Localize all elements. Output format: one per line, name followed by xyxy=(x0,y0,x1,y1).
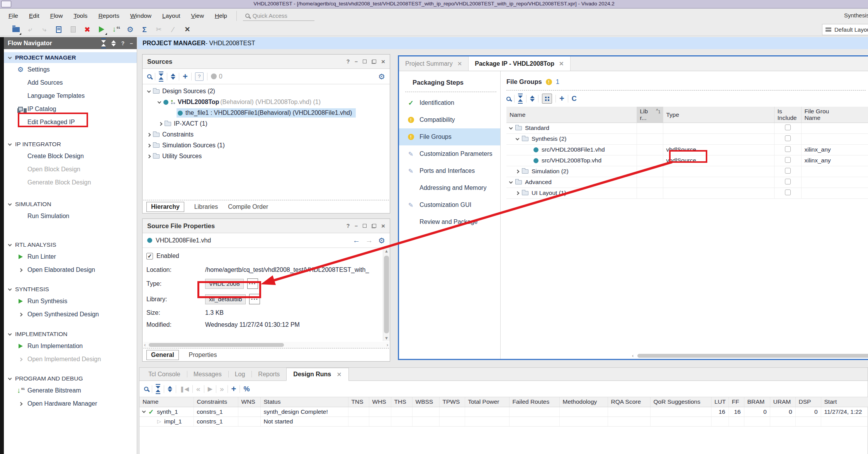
help-icon[interactable] xyxy=(121,41,125,46)
tree-item-the-file1[interactable]: the_file1 : VHDL2008File1(Behavioral) (V… xyxy=(143,108,390,118)
report-icon[interactable] xyxy=(140,25,149,34)
step-review-and-package[interactable]: Review and Package xyxy=(399,213,500,230)
col-uram[interactable]: URAM xyxy=(770,397,795,407)
col-tpws[interactable]: TPWS xyxy=(439,397,465,407)
enabled-checkbox[interactable] xyxy=(146,253,153,259)
expand-all-icon[interactable] xyxy=(111,40,116,46)
float-icon[interactable] xyxy=(372,224,376,228)
minimize-icon[interactable] xyxy=(355,59,358,64)
col-name[interactable]: Name xyxy=(506,107,637,123)
collapse-all-icon[interactable] xyxy=(101,38,106,48)
forward-icon[interactable] xyxy=(365,237,373,244)
add-sources-icon[interactable]: + xyxy=(183,72,188,81)
run-row-synth-1[interactable]: synth_1 constrs_1 synth_design Complete!… xyxy=(139,407,868,416)
is-include-checkbox[interactable] xyxy=(785,146,791,152)
col-start[interactable]: Start xyxy=(821,397,868,407)
menu-reports[interactable]: Reports xyxy=(93,12,125,19)
generate-bitstream-icon[interactable] xyxy=(112,25,120,34)
step-addressing-and-memory[interactable]: Addressing and Memory xyxy=(399,179,500,196)
library-value-button[interactable]: xil_defaultlib xyxy=(205,294,246,304)
is-include-checkbox[interactable] xyxy=(785,157,791,163)
tab-properties[interactable]: Properties xyxy=(189,352,217,358)
flownav-section-project-manager[interactable]: PROJECT MANAGER xyxy=(4,52,137,63)
fg-row-advanced[interactable]: Advanced xyxy=(506,177,868,188)
tree-item-vhdl2008top[interactable]: VHDL2008Top (Behavioral) (VHDL2008Top.vh… xyxy=(143,97,390,108)
fg-row-top[interactable]: src/VHDL2008Top.vhd vhdlSource xilinx_an… xyxy=(506,155,868,166)
step-identification[interactable]: Identification xyxy=(399,94,500,111)
flownav-item-open-block-design[interactable]: Open Block Design xyxy=(4,163,137,176)
menu-tools[interactable]: Tools xyxy=(68,12,93,19)
tab-reports[interactable]: Reports xyxy=(251,368,286,381)
flownav-item-add-sources[interactable]: Add Sources xyxy=(4,76,137,89)
help-icon[interactable] xyxy=(347,223,350,229)
step-compatibility[interactable]: Compatibility xyxy=(399,111,500,128)
maximize-icon[interactable] xyxy=(363,60,367,63)
is-include-checkbox[interactable] xyxy=(785,168,791,174)
percent-icon[interactable]: % xyxy=(243,386,250,393)
menu-layout[interactable]: Layout xyxy=(157,12,186,19)
flownav-item-create-block-design[interactable]: Create Block Design xyxy=(4,150,137,163)
tab-design-runs[interactable]: Design Runs ✕ xyxy=(286,368,348,381)
menu-file[interactable]: File xyxy=(3,12,24,19)
warning-count-link[interactable]: 1 xyxy=(556,78,559,85)
tree-item-simulation-sources[interactable]: Simulation Sources (1) xyxy=(143,140,390,151)
collapse-all-icon[interactable] xyxy=(156,384,160,394)
refresh-icon[interactable] xyxy=(572,95,577,102)
col-qor-suggestions[interactable]: QoR Suggestions xyxy=(650,397,711,407)
col-dsp[interactable]: DSP xyxy=(795,397,821,407)
menu-help[interactable]: Help xyxy=(209,12,233,19)
col-name[interactable]: Name xyxy=(139,397,194,407)
expand-all-icon[interactable] xyxy=(530,96,535,102)
settings-icon[interactable] xyxy=(126,25,134,34)
sfp-panel-header[interactable]: Source File Properties xyxy=(143,219,390,233)
is-include-checkbox[interactable] xyxy=(785,189,791,195)
tab-general[interactable]: General xyxy=(146,350,179,360)
flownav-section-simulation[interactable]: SIMULATION xyxy=(4,199,137,210)
run-row-impl-1[interactable]: ▷impl_1 constrs_1 Not started xyxy=(139,416,868,426)
col-status[interactable]: Status xyxy=(260,397,348,407)
flownav-item-open-elaborated-design[interactable]: Open Elaborated Design xyxy=(4,263,137,276)
flownav-item-run-linter[interactable]: Run Linter xyxy=(4,250,137,263)
flownav-section-ip-integrator[interactable]: IP INTEGRATOR xyxy=(4,139,137,150)
type-value-button[interactable]: VHDL 2008 xyxy=(205,279,244,289)
fg-row-synthesis[interactable]: Synthesis (2) xyxy=(506,133,868,144)
col-whs[interactable]: WHS xyxy=(369,397,391,407)
col-failed-routes[interactable]: Failed Routes xyxy=(509,397,559,407)
flownav-item-open-synthesized-design[interactable]: Open Synthesized Design xyxy=(4,308,137,321)
tab-tcl-console[interactable]: Tcl Console xyxy=(142,368,187,381)
type-browse-button[interactable] xyxy=(247,278,258,289)
col-methodology[interactable]: Methodology xyxy=(559,397,608,407)
flownav-section-rtl-analysis[interactable]: RTL ANALYSIS xyxy=(4,239,137,250)
horizontal-scrollbar[interactable]: ‹ › xyxy=(143,342,389,348)
collapse-all-icon[interactable] xyxy=(518,94,523,104)
maximize-icon[interactable] xyxy=(363,224,367,228)
layout-selector[interactable]: Default Layout xyxy=(822,24,868,35)
col-library[interactable]: Lib r... ^1 xyxy=(637,107,663,123)
gear-icon[interactable] xyxy=(378,237,385,244)
tab-messages[interactable]: Messages xyxy=(187,368,228,381)
is-include-checkbox[interactable] xyxy=(785,135,791,141)
col-wbss[interactable]: WBSS xyxy=(412,397,439,407)
flownav-item-generate-block-design[interactable]: Generate Block Design xyxy=(4,176,137,189)
col-wns[interactable]: WNS xyxy=(238,397,260,407)
cancel-icon[interactable] xyxy=(183,25,192,34)
col-tns[interactable]: TNS xyxy=(348,397,369,407)
step-customization-parameters[interactable]: Customization Parameters xyxy=(399,145,500,162)
col-constraints[interactable]: Constraints xyxy=(194,397,238,407)
close-icon[interactable] xyxy=(381,222,385,229)
tab-log[interactable]: Log xyxy=(228,368,252,381)
tree-item-ip-xact[interactable]: IP-XACT (1) xyxy=(143,118,390,129)
fg-row-file1[interactable]: src/VHDL2008File1.vhd vhdlSource xilinx_… xyxy=(506,144,868,155)
redo-icon[interactable] xyxy=(40,25,49,34)
minimize-icon[interactable] xyxy=(355,223,358,229)
tab-project-summary[interactable]: Project Summary ✕ xyxy=(399,56,469,71)
col-file-group-name[interactable]: File GrouName xyxy=(801,107,868,123)
tree-item-design-sources[interactable]: Design Sources (2) xyxy=(143,86,390,97)
quick-access-search[interactable]: Quick Access xyxy=(243,11,314,21)
back-icon[interactable] xyxy=(353,237,360,244)
float-icon[interactable] xyxy=(372,60,376,64)
is-include-checkbox[interactable] xyxy=(785,125,791,130)
search-icon[interactable] xyxy=(144,387,148,391)
tab-package-ip[interactable]: Package IP - VHDL2008Top ✕ xyxy=(469,56,570,71)
flownav-item-generate-bitstream[interactable]: Generate Bitstream xyxy=(4,384,137,397)
